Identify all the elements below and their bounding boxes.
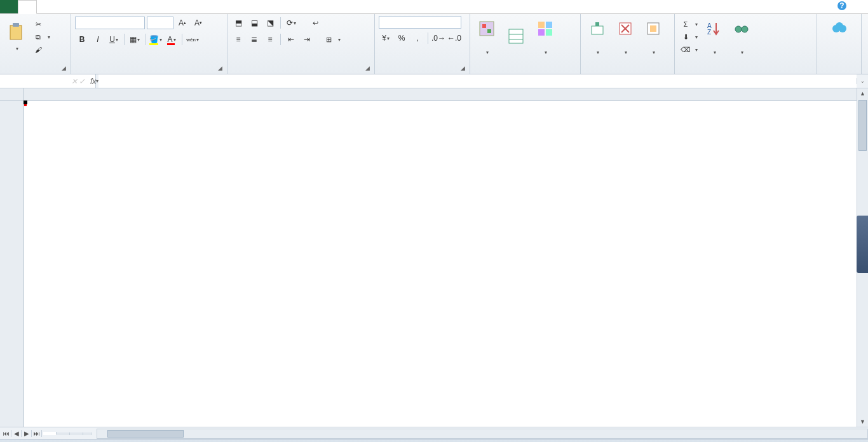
number-launcher[interactable]: ◢ [461,65,468,73]
sheet-tab-2[interactable] [57,432,70,435]
banner-cell[interactable] [24,101,27,106]
fill-color-button[interactable]: 🪣▾ [149,32,163,46]
tab-insert[interactable] [37,0,55,13]
fx-icon[interactable]: fx [88,77,98,86]
sheet-nav-last[interactable]: ⏭ [32,430,42,437]
number-format-select[interactable] [379,16,461,29]
scroll-up-icon[interactable]: ▲ [857,88,868,99]
align-right-icon[interactable]: ≡ [263,32,277,46]
svg-rect-2 [480,22,494,36]
indent-increase-icon[interactable]: ⇥ [300,32,314,46]
format-table-button[interactable] [503,25,529,49]
font-name-select[interactable] [75,17,145,29]
font-size-select[interactable] [147,17,173,29]
hscroll-thumb[interactable] [107,430,184,438]
cell-styles-button[interactable]: ▾ [532,17,558,57]
svg-rect-8 [538,22,545,28]
sheet-nav-prev[interactable]: ◀ [11,430,22,437]
delete-cells-button[interactable]: ▾ [613,17,638,57]
tab-file[interactable] [0,0,18,13]
align-top-icon[interactable]: ⬒ [231,16,245,30]
insert-cells-button[interactable]: ▾ [585,17,610,57]
align-left-icon[interactable]: ≡ [231,32,245,46]
sigma-icon: Σ [681,19,691,29]
conditional-format-button[interactable]: ▾ [474,17,499,57]
row-headers[interactable] [0,101,24,427]
tab-data[interactable] [90,0,108,13]
sheet-tab-3[interactable] [70,432,83,435]
svg-rect-12 [592,26,603,34]
formula-input[interactable] [98,74,857,88]
svg-rect-13 [595,22,599,26]
sheet-nav-next[interactable]: ▶ [22,430,32,437]
decrease-decimal-icon[interactable]: ←.0 [447,31,461,45]
phonetic-button[interactable]: wén▾ [186,32,200,46]
group-font-label [75,71,223,74]
merge-center-button[interactable]: ⊞▾ [322,34,342,45]
font-color-button[interactable]: A▾ [165,32,179,46]
tab-dev[interactable] [144,0,161,13]
border-button[interactable]: ▦▾ [128,32,142,46]
tab-baidu[interactable] [161,0,179,13]
column-headers[interactable] [24,88,857,101]
select-all-corner[interactable] [0,88,24,101]
comma-icon[interactable]: , [410,31,424,45]
currency-icon[interactable]: ¥▾ [379,31,393,45]
fill-button[interactable]: ⬇▾ [679,31,700,43]
scroll-down-icon[interactable]: ▼ [857,417,868,427]
clear-button[interactable]: ⌫▾ [679,44,700,55]
increase-font-icon[interactable]: A▴ [175,16,189,30]
confirm-formula-icon[interactable]: ✓ [79,77,85,86]
tab-layout[interactable] [55,0,72,13]
autosum-button[interactable]: Σ▾ [679,18,700,30]
sheet-tab-1[interactable] [43,432,57,435]
align-bottom-icon[interactable]: ⬔ [263,16,277,30]
svg-point-22 [742,26,748,32]
underline-button[interactable]: U▾ [107,32,121,46]
fill-down-icon: ⬇ [681,32,691,42]
wrap-text-button[interactable]: ↩ [308,17,324,29]
spreadsheet-grid[interactable]: ▲ ▼ [0,88,868,427]
format-icon [643,18,663,39]
tab-formulas[interactable] [72,0,90,13]
formula-expand[interactable]: ⌄ [857,78,868,84]
group-save-label [821,71,857,74]
group-number-label [379,71,466,74]
tab-home[interactable] [18,0,37,14]
increase-decimal-icon[interactable]: .0→ [431,31,445,45]
sheet-nav-first[interactable]: ⏮ [1,430,11,437]
formula-bar: ▾ ✕ ✓ fx ⌄ [0,74,868,88]
vscroll-thumb[interactable] [858,100,867,151]
sort-filter-button[interactable]: AZ▾ [702,17,727,57]
percent-icon[interactable]: % [395,31,409,45]
align-center-icon[interactable]: ≣ [247,32,261,46]
ribbon: ▾ ✂ ⧉▾ 🖌 ◢ A▴ A▾ B I U▾ ▦▾ [0,14,868,74]
tab-review[interactable] [108,0,126,13]
cells-area[interactable] [24,101,857,427]
help-icon[interactable]: ? [837,1,846,10]
paste-button[interactable]: ▾ [4,21,29,53]
clipboard-launcher[interactable]: ◢ [62,65,69,73]
format-painter-button[interactable]: 🖌 [31,44,52,55]
sort-icon: AZ [704,18,724,39]
bold-button[interactable]: B [75,32,89,46]
save-baidu-button[interactable] [821,16,857,40]
italic-button[interactable]: I [91,32,105,46]
svg-rect-0 [10,25,22,39]
cancel-formula-icon[interactable]: ✕ [71,77,78,86]
orientation-icon[interactable]: ⟳▾ [284,16,298,30]
indent-decrease-icon[interactable]: ⇤ [284,32,298,46]
font-launcher[interactable]: ◢ [218,65,226,73]
align-launcher[interactable]: ◢ [365,65,373,73]
cut-button[interactable]: ✂ [31,18,52,30]
copy-button[interactable]: ⧉▾ [31,31,52,43]
horizontal-scrollbar[interactable] [97,429,868,439]
decrease-font-icon[interactable]: A▾ [191,16,205,30]
align-middle-icon[interactable]: ⬓ [247,16,261,30]
find-select-button[interactable]: ▾ [729,17,754,57]
tab-view[interactable] [126,0,144,13]
eraser-icon: ⌫ [681,45,691,55]
sheet-tab-new[interactable] [83,432,92,435]
format-cells-button[interactable]: ▾ [641,17,666,57]
svg-rect-3 [482,24,486,28]
